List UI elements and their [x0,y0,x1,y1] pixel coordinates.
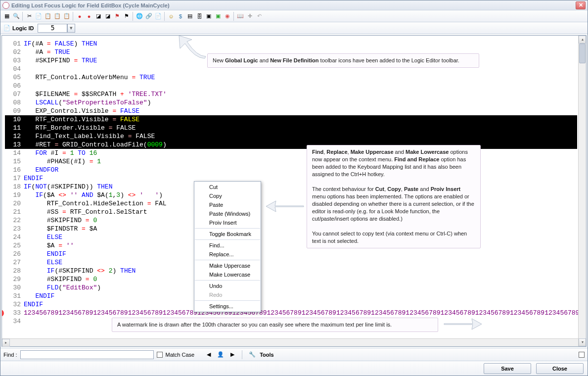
ctx-paste-windows-[interactable]: Paste (Windows) [194,209,261,218]
callout-watermark: A watermark line is drawn after the 100t… [112,318,438,332]
pin-checkbox[interactable] [579,352,585,358]
close-button[interactable]: Close [536,363,584,374]
code-line[interactable]: 15 #PHASE(#I) = 1 [5,157,577,166]
tools-label[interactable]: Tools [260,352,274,358]
arrow-toolbar [175,36,210,63]
ctx-cut[interactable]: Cut [194,183,261,191]
save-button[interactable]: Save [484,363,531,374]
code-line[interactable]: 17ENDIF [5,174,577,183]
form-icon[interactable]: ▤ [185,12,194,21]
code-line[interactable]: 05 RTF_Control.AutoVerbMenu = TRUE [5,73,577,82]
code-line[interactable]: 23 $FINDSTR = $A [5,225,577,233]
copy-icon[interactable]: 📄 [34,12,43,21]
flag-icon[interactable]: ⚑ [113,12,122,21]
db-icon[interactable]: 🗄 [195,12,204,21]
plus-icon[interactable]: ✚ [245,12,254,21]
ctx-paste[interactable]: Paste [194,200,261,209]
ctx-make-lowercase[interactable]: Make Lowercase [194,270,261,279]
find-prev-button[interactable]: ◀ [204,350,213,359]
redball-del-icon[interactable]: ● [75,12,84,21]
dollar-icon[interactable]: $ [176,12,185,21]
code-line[interactable]: 07 $FILENAME = $$SRCPATH + 'TREE.TXT' [5,90,577,98]
find-input[interactable] [20,350,154,359]
code-line[interactable]: 16 ENDFOR [5,166,577,174]
paste-icon[interactable]: 📋 [44,12,52,21]
flag-x-icon[interactable]: ⚑ [122,12,131,21]
code-line[interactable]: 13 #RET = GRID_Control.LoadFile(0009) [5,141,577,149]
context-menu: CutCopyPastePaste (Windows)Proiv InsertT… [194,181,261,312]
page-red-icon[interactable]: ▣ [204,12,213,21]
code-line[interactable]: 10 RTF_Control.Visible = FALSE [5,115,577,124]
code-line[interactable]: 26 ENDIF [5,250,577,258]
find-next-button[interactable]: ▶ [228,350,237,359]
code-line[interactable]: 06 [5,82,577,90]
grid-icon[interactable]: ▦ [2,12,11,21]
page-green-icon[interactable]: ▣ [214,12,223,21]
global-logic-icon[interactable]: 🌐 [135,12,144,21]
code-line[interactable]: 19 IF($A <> '' AND $A(1,3) <> ' ') [5,191,577,199]
find-bar: Find : Match Case ◀ 👤 ▶ 🔧 Tools [0,348,588,361]
warn-icon[interactable]: ◉ [223,12,232,21]
scrollbar-vertical[interactable]: ▴ ▾ [578,36,586,346]
ctx-undo[interactable]: Undo [194,282,261,290]
code-line[interactable]: 24 ELSE [5,233,577,241]
code-line[interactable]: 22 #SKIPFIND = 0 [5,216,577,225]
scroll-down-button[interactable]: ▾ [579,338,586,346]
smiley-icon[interactable]: ☺ [167,12,176,21]
code-line[interactable]: 25 $A = '' [5,241,577,250]
logic-id-icon: 📄 [3,25,10,32]
code-line[interactable]: ✕331234567891234567891234567891234567891… [5,309,577,317]
eraser-icon[interactable]: ◪ [94,12,103,21]
code-line[interactable]: 28 IF(#SKIPFIND <> 2) THEN [5,267,577,275]
eraser2-icon[interactable]: ◪ [103,12,112,21]
scroll-thumb-v[interactable] [579,44,586,63]
cut-icon[interactable]: ✂ [25,12,34,21]
undo-icon[interactable]: ↶ [255,12,264,21]
book-icon[interactable]: 📖 [236,12,245,21]
toolbar: ▦🔍✂📄📋📋📋●●◪◪⚑⚑🌐🔗📄☺$▤🗄▣▣◉📖✚↶ [0,10,588,22]
ctx-find-[interactable]: Find... [194,241,261,250]
code-line[interactable]: 31 ENDIF [5,292,577,300]
ctx-proiv-insert[interactable]: Proiv Insert [194,218,261,227]
editor-area[interactable]: 01IF(#A = FALSE) THEN02 #A = TRUE03 #SKI… [2,36,586,346]
code-line[interactable]: 09 EXP_Control.Visible = FALSE [5,107,577,115]
match-case-checkbox[interactable] [157,352,163,358]
ctx-copy[interactable]: Copy [194,191,261,200]
ctx-toggle-bookmark[interactable]: Toggle Bookmark [194,230,261,238]
redball-ins-icon[interactable]: ● [85,12,93,21]
window-title: Editing Lost Focus Logic for Field EditB… [11,2,576,8]
code-line[interactable]: 18IF(NOT(#SKIPFIND)) THEN [5,183,577,191]
code-line[interactable]: 08 LSCALL("SetPropertiesToFalse") [5,98,577,107]
callout-toolbar-icons: New Global Logic and New File Definition… [207,53,479,68]
callout-context-menu: Find, Replace, Make Uppercase and Make L… [307,145,481,248]
code-line[interactable]: 32ENDIF [5,300,577,309]
find-people-icon[interactable]: 👤 [216,350,225,359]
scroll-up-button[interactable]: ▴ [579,36,586,44]
paste2-icon[interactable]: 📋 [53,12,62,21]
code-line[interactable]: 30 FLD("EditBox") [5,283,577,292]
scroll-right-button[interactable]: ▸ [2,339,10,347]
code-line[interactable]: 11 RTF_Border.Visible = FALSE [5,124,577,132]
code-lines[interactable]: 01IF(#A = FALSE) THEN02 #A = TRUE03 #SKI… [5,40,577,326]
logic-id-input[interactable] [38,24,67,33]
ctx-replace-[interactable]: Replace... [194,250,261,259]
close-window-button[interactable]: ✕ [576,1,586,9]
code-line[interactable]: 27 ELSE [5,258,577,267]
code-line[interactable]: 14 FOR #I = 1 TO 16 [5,149,577,157]
code-line[interactable]: 29 #SKIPFIND = 0 [5,275,577,283]
error-mark-icon: ✕ [2,310,4,317]
scrollbar-horizontal[interactable]: ◂ ▸ [2,338,578,346]
titlebar: Editing Lost Focus Logic for Field EditB… [0,0,588,10]
paste-ins-icon[interactable]: 📋 [62,12,71,21]
tools-icon[interactable]: 🔧 [248,350,257,359]
ctx-make-uppercase[interactable]: Make Uppercase [194,261,261,270]
code-line[interactable]: 01IF(#A = FALSE) THEN [5,40,577,48]
code-line[interactable]: 12 Find_Text_Label.Visible = FALSE [5,132,577,141]
ctx-settings-[interactable]: Settings... [194,302,261,311]
search-icon[interactable]: 🔍 [12,12,21,21]
file-def-icon[interactable]: 📄 [154,12,163,21]
match-case-label: Match Case [166,352,195,358]
logic-id-dropdown[interactable]: ▾ [67,24,75,33]
editor-pane: 01IF(#A = FALSE) THEN02 #A = TRUE03 #SKI… [1,35,587,347]
link-icon[interactable]: 🔗 [144,12,153,21]
